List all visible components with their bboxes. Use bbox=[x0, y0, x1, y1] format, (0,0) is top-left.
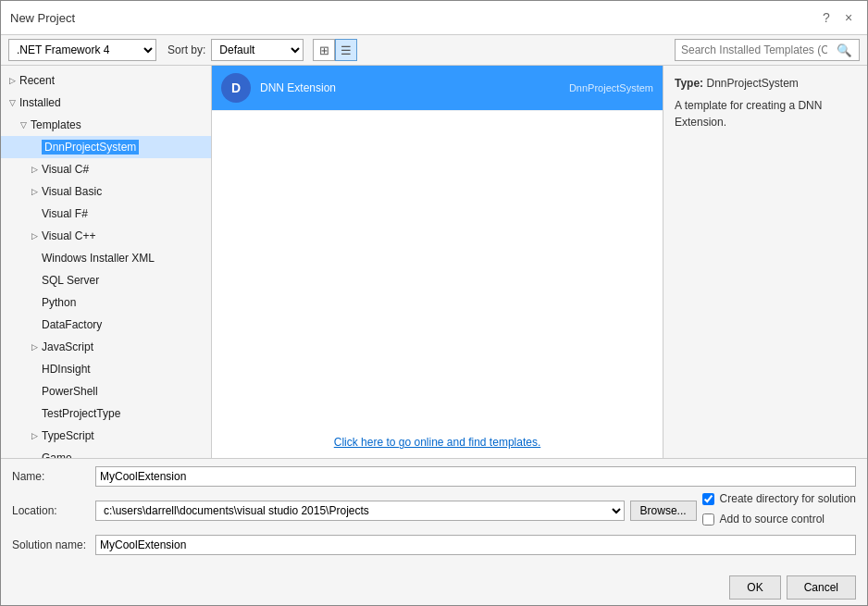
expander-placeholder-sql-server bbox=[27, 273, 42, 288]
sidebar-label-game: Game bbox=[42, 451, 72, 458]
list-view-button[interactable]: ☰ bbox=[335, 39, 357, 61]
expander-placeholder-game bbox=[27, 451, 42, 458]
expander-placeholder-visual-f-sharp bbox=[27, 206, 42, 221]
expander-placeholder-datafactory bbox=[27, 317, 42, 332]
sort-select[interactable]: DefaultNameType bbox=[211, 39, 304, 61]
sidebar-label-hdinsight: HDInsight bbox=[42, 363, 91, 376]
sidebar-label-visual-f-sharp: Visual F# bbox=[42, 207, 88, 220]
detail-type: Type: DnnProjectSystem bbox=[675, 77, 856, 90]
view-buttons: ⊞ ☰ bbox=[313, 39, 357, 61]
detail-type-value: DnnProjectSystem bbox=[706, 77, 798, 90]
online-link[interactable]: Click here to go online and find templat… bbox=[212, 427, 663, 458]
action-buttons: OK Cancel bbox=[1, 568, 867, 605]
sidebar-label-recent: Recent bbox=[19, 74, 55, 87]
sidebar-item-testprojecttype[interactable]: TestProjectType bbox=[1, 402, 211, 425]
search-icon-button[interactable]: 🔍 bbox=[833, 39, 855, 61]
checkbox-controls: Create directory for solution Add to sou… bbox=[702, 492, 856, 529]
ok-button[interactable]: OK bbox=[729, 575, 780, 600]
bottom-panel: Name: Location: c:\users\darrell\documen… bbox=[1, 458, 867, 568]
detail-description: A template for creating a DNN Extension. bbox=[675, 97, 856, 130]
sidebar-item-visual-basic[interactable]: ▷Visual Basic bbox=[1, 180, 211, 203]
sidebar-label-sql-server: SQL Server bbox=[42, 274, 99, 287]
sidebar-item-python[interactable]: Python bbox=[1, 291, 211, 314]
sidebar-item-powershell[interactable]: PowerShell bbox=[1, 380, 211, 402]
cancel-button[interactable]: Cancel bbox=[787, 575, 856, 600]
sidebar-item-dnnprojectsystem[interactable]: DnnProjectSystem bbox=[1, 136, 211, 158]
detail-type-label: Type: bbox=[675, 77, 703, 90]
template-icon-dnn-extension: D bbox=[221, 73, 251, 103]
help-button[interactable]: ? bbox=[817, 8, 836, 27]
sidebar-item-recent[interactable]: ▷Recent bbox=[1, 69, 211, 92]
sidebar-label-datafactory: DataFactory bbox=[42, 318, 102, 331]
sidebar-item-windows-installer-xml[interactable]: Windows Installer XML bbox=[1, 247, 211, 269]
framework-select[interactable]: .NET Framework 4.NET Framework 3.5.NET F… bbox=[8, 39, 156, 61]
sidebar-item-hdinsight[interactable]: HDInsight bbox=[1, 358, 211, 380]
expander-placeholder-hdinsight bbox=[27, 362, 42, 377]
sidebar-item-typescript[interactable]: ▷TypeScript bbox=[1, 425, 211, 447]
expander-visual-c-sharp[interactable]: ▷ bbox=[27, 162, 42, 177]
sidebar-item-datafactory[interactable]: DataFactory bbox=[1, 314, 211, 336]
expander-typescript[interactable]: ▷ bbox=[27, 428, 42, 443]
sidebar-item-javascript[interactable]: ▷JavaScript bbox=[1, 336, 211, 358]
sidebar-item-visual-f-sharp[interactable]: Visual F# bbox=[1, 203, 211, 225]
grid-view-button[interactable]: ⊞ bbox=[313, 39, 335, 61]
solution-input[interactable] bbox=[95, 535, 856, 555]
expander-visual-basic[interactable]: ▷ bbox=[27, 184, 42, 199]
toolbar: .NET Framework 4.NET Framework 3.5.NET F… bbox=[1, 35, 867, 66]
dialog-title: New Project bbox=[10, 11, 75, 25]
expander-recent[interactable]: ▷ bbox=[5, 73, 19, 88]
expander-placeholder-windows-installer-xml bbox=[27, 251, 42, 266]
sidebar-item-installed[interactable]: ▽Installed bbox=[1, 92, 211, 114]
sidebar-label-visual-c-sharp: Visual C# bbox=[42, 163, 89, 176]
create-dir-row: Create directory for solution bbox=[702, 492, 856, 505]
sidebar-label-powershell: PowerShell bbox=[42, 385, 98, 398]
template-name-dnn-extension: DNN Extension bbox=[260, 81, 569, 94]
sidebar-item-templates[interactable]: ▽Templates bbox=[1, 114, 211, 136]
search-box: 🔍 bbox=[675, 39, 860, 61]
template-item-dnn-extension[interactable]: DDNN ExtensionDnnProjectSystem bbox=[212, 66, 663, 111]
sidebar-item-visual-cpp[interactable]: ▷Visual C++ bbox=[1, 225, 211, 247]
template-list-panel: DDNN ExtensionDnnProjectSystemClick here… bbox=[212, 66, 663, 458]
source-control-label: Add to source control bbox=[720, 513, 825, 526]
location-label: Location: bbox=[12, 504, 95, 517]
sidebar-label-installed: Installed bbox=[19, 96, 61, 109]
sidebar-label-testprojecttype: TestProjectType bbox=[42, 407, 120, 420]
location-select[interactable]: c:\users\darrell\documents\visual studio… bbox=[95, 501, 625, 521]
sidebar: ▷Recent▽Installed▽TemplatesDnnProjectSys… bbox=[1, 66, 212, 458]
new-project-dialog: New Project ? × .NET Framework 4.NET Fra… bbox=[0, 0, 868, 606]
sidebar-label-javascript: JavaScript bbox=[42, 340, 93, 353]
expander-installed[interactable]: ▽ bbox=[5, 95, 19, 110]
detail-panel: Type: DnnProjectSystem A template for cr… bbox=[663, 66, 867, 458]
solution-row: Solution name: bbox=[12, 535, 856, 555]
sidebar-item-sql-server[interactable]: SQL Server bbox=[1, 269, 211, 291]
sidebar-label-templates: Templates bbox=[31, 118, 81, 131]
expander-placeholder-testprojecttype bbox=[27, 406, 42, 421]
template-tag-dnn-extension: DnnProjectSystem bbox=[569, 82, 653, 93]
close-button[interactable]: × bbox=[839, 8, 858, 27]
sidebar-label-dnnprojectsystem: DnnProjectSystem bbox=[42, 140, 139, 155]
search-input[interactable] bbox=[676, 43, 833, 56]
sidebar-label-python: Python bbox=[42, 296, 76, 309]
expander-placeholder-powershell bbox=[27, 384, 42, 399]
sidebar-label-typescript: TypeScript bbox=[42, 429, 94, 442]
expander-placeholder-dnnprojectsystem bbox=[27, 140, 42, 155]
expander-visual-cpp[interactable]: ▷ bbox=[27, 229, 42, 243]
source-control-row: Add to source control bbox=[702, 513, 856, 526]
name-label: Name: bbox=[12, 470, 95, 483]
name-input[interactable] bbox=[95, 466, 856, 487]
sidebar-item-visual-c-sharp[interactable]: ▷Visual C# bbox=[1, 158, 211, 180]
sidebar-item-game[interactable]: Game bbox=[1, 447, 211, 458]
sidebar-label-visual-cpp: Visual C++ bbox=[42, 229, 95, 242]
expander-templates[interactable]: ▽ bbox=[16, 117, 31, 132]
source-control-checkbox[interactable] bbox=[702, 513, 714, 526]
main-content: ▷Recent▽Installed▽TemplatesDnnProjectSys… bbox=[1, 66, 867, 458]
browse-button[interactable]: Browse... bbox=[630, 501, 697, 521]
location-row: Location: c:\users\darrell\documents\vis… bbox=[12, 492, 856, 529]
create-dir-checkbox[interactable] bbox=[702, 493, 714, 505]
expander-javascript[interactable]: ▷ bbox=[27, 340, 42, 354]
title-bar: New Project ? × bbox=[1, 1, 867, 35]
title-bar-controls: ? × bbox=[817, 8, 858, 27]
name-row: Name: bbox=[12, 466, 856, 487]
expander-placeholder-python bbox=[27, 295, 42, 310]
sidebar-label-visual-basic: Visual Basic bbox=[42, 185, 102, 198]
